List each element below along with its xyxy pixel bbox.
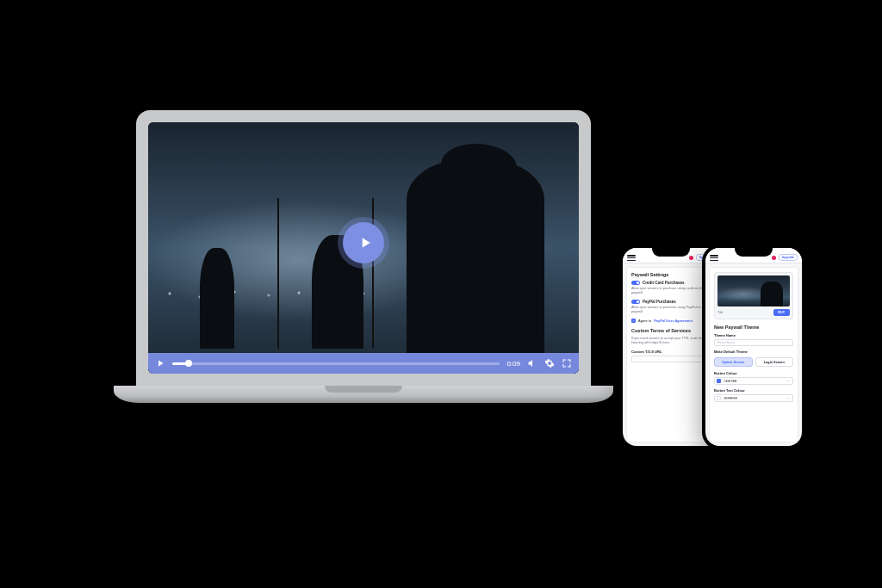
paywall-settings-title: Paywall Settings bbox=[631, 272, 711, 277]
video-controls: 0:09 bbox=[148, 353, 579, 374]
upgrade-button[interactable]: Upgrade bbox=[779, 254, 798, 261]
screen-tabs: Splash Screen Login Screen bbox=[714, 357, 793, 367]
play-small-icon[interactable] bbox=[155, 358, 165, 368]
credit-card-toggle-row: Credit Card Purchases bbox=[631, 281, 711, 285]
theme-name-label: Theme Name bbox=[714, 333, 793, 337]
tos-url-label: Custom T.O.S URL bbox=[631, 350, 711, 354]
preview-thumbnail bbox=[717, 275, 790, 306]
paypal-agreement-row: Agree to PayPal User Agreement bbox=[631, 319, 711, 323]
theme-name-input[interactable]: Theme Name bbox=[714, 339, 793, 346]
color-swatch-icon bbox=[717, 396, 721, 400]
laptop-base bbox=[114, 386, 613, 403]
paypal-help: Allow your viewers to purchase using Pay… bbox=[631, 306, 711, 314]
laptop-bezel: 0:09 bbox=[136, 110, 591, 386]
make-default-label: Make Default Theme bbox=[714, 350, 793, 354]
time-display: 0:09 bbox=[506, 360, 520, 368]
preview-buy-button[interactable]: BUY bbox=[773, 309, 790, 316]
paypal-agreement-link[interactable]: PayPal User Agreement bbox=[654, 319, 693, 323]
theme-panel: Title BUY New Paywall Theme Theme Name T… bbox=[709, 267, 798, 443]
credit-card-label: Credit Card Purchases bbox=[643, 281, 685, 285]
button-text-color-label: Button Text Colour bbox=[714, 388, 793, 393]
paypal-toggle[interactable] bbox=[631, 300, 640, 304]
phone-notch bbox=[735, 248, 773, 257]
tab-login-screen[interactable]: Login Screen bbox=[755, 357, 794, 367]
notification-dot-icon[interactable] bbox=[772, 256, 776, 260]
play-button[interactable] bbox=[343, 222, 384, 263]
paypal-toggle-row: PayPal Purchases bbox=[631, 300, 711, 304]
seek-bar[interactable] bbox=[172, 362, 500, 365]
button-text-color-value: #FFFFFF bbox=[724, 397, 784, 400]
agree-prefix: Agree to bbox=[638, 319, 651, 323]
tos-url-input[interactable] bbox=[631, 356, 711, 362]
agreement-checkbox[interactable] bbox=[631, 319, 636, 323]
phone-mockup-theme: Upgrade Title BUY New Paywall Theme Them… bbox=[702, 244, 805, 449]
paypal-label: PayPal Purchases bbox=[643, 300, 676, 304]
volume-icon[interactable] bbox=[527, 358, 537, 368]
tos-help: If you need viewers to accept your TOS, … bbox=[631, 337, 711, 345]
play-icon bbox=[357, 234, 374, 251]
menu-icon[interactable] bbox=[710, 255, 718, 261]
laptop-mockup: 0:09 bbox=[136, 110, 591, 403]
settings-icon[interactable] bbox=[544, 358, 555, 368]
new-theme-title: New Paywall Theme bbox=[714, 325, 793, 330]
fullscreen-icon[interactable] bbox=[562, 358, 572, 368]
tab-splash-screen[interactable]: Splash Screen bbox=[714, 357, 753, 367]
button-text-color-picker[interactable]: #FFFFFF bbox=[714, 394, 793, 402]
chevron-down-icon bbox=[786, 379, 791, 383]
notification-dot-icon[interactable] bbox=[689, 256, 693, 260]
button-color-picker[interactable]: #4967EE bbox=[714, 377, 793, 385]
button-color-label: Button Colour bbox=[714, 371, 793, 375]
credit-card-toggle[interactable] bbox=[631, 281, 640, 285]
preview-title-label: Title bbox=[717, 311, 723, 314]
credit-card-help: Allow your viewers to purchase using car… bbox=[631, 287, 711, 295]
color-swatch-icon bbox=[717, 379, 721, 383]
tos-title: Custom Terms of Services bbox=[631, 328, 711, 333]
paywall-preview-card: Title BUY bbox=[714, 272, 793, 319]
button-color-value: #4967EE bbox=[724, 380, 784, 383]
phone-notch bbox=[652, 248, 690, 257]
chevron-down-icon bbox=[786, 396, 791, 400]
video-player[interactable]: 0:09 bbox=[148, 122, 579, 374]
menu-icon[interactable] bbox=[627, 255, 636, 261]
